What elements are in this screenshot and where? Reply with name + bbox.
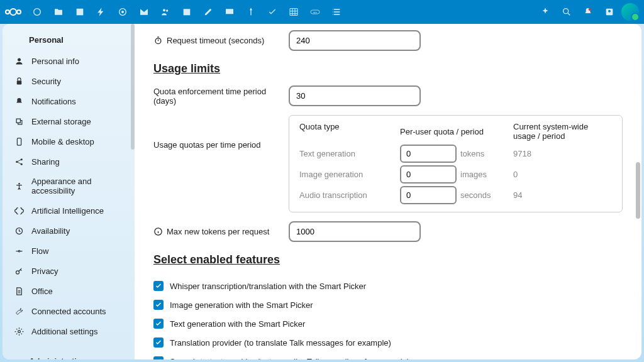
notifications-bell-icon[interactable] (579, 3, 597, 21)
key-icon (14, 266, 24, 276)
upgrade-icon[interactable] (242, 3, 260, 21)
svg-point-2 (121, 11, 124, 13)
svg-point-19 (16, 270, 19, 273)
feature-translation[interactable]: Translation provider (to translate Talk … (153, 333, 623, 352)
share-icon (14, 156, 24, 167)
wrench-icon (14, 306, 24, 316)
activity-icon[interactable] (92, 3, 111, 21)
sidebar-item-flow[interactable]: Flow (3, 241, 135, 261)
quota-header-peruser: Per-user quota / period (400, 122, 513, 141)
sidebar-item-label: Privacy (31, 266, 58, 276)
logo[interactable] (5, 8, 21, 16)
sidebar-item-appearance[interactable]: Appearance and accessibility (3, 172, 135, 200)
sidebar-item-label: Personal info (31, 57, 79, 66)
sidebar-heading-personal: Personal (3, 35, 135, 51)
max-tokens-input[interactable] (289, 221, 421, 242)
usage-quotas-label: Usage quotas per time period (153, 115, 282, 150)
mail-icon[interactable] (135, 3, 153, 21)
notes-icon[interactable] (199, 3, 218, 21)
svg-point-10 (608, 10, 611, 13)
features-heading: Select enabled features (153, 253, 623, 266)
sidebar-item-availability[interactable]: Availability (3, 221, 135, 241)
tables-icon[interactable] (284, 3, 303, 21)
svg-point-8 (589, 8, 591, 11)
svg-point-7 (564, 9, 569, 14)
gear-icon (14, 326, 24, 336)
svg-point-17 (18, 182, 20, 184)
sidebar-item-notifications[interactable]: Notifications (3, 91, 135, 111)
sidebar-item-ai[interactable]: Artificial Intelligence (3, 200, 135, 221)
sidebar-item-label: Office (31, 287, 53, 296)
main-scrollbar[interactable] (636, 162, 640, 219)
feature-image-gen[interactable]: Image generation with the Smart Picker (153, 295, 623, 314)
sidebar-item-label: Mobile & desktop (31, 137, 94, 146)
assistant-icon[interactable] (536, 3, 555, 21)
svg-point-14 (16, 160, 18, 162)
tasks-icon[interactable] (263, 3, 282, 21)
sidebar-item-mobile-desktop[interactable]: Mobile & desktop (3, 131, 135, 151)
sidebar-item-label: Additional settings (31, 327, 98, 336)
ocs-icon[interactable]: ocs (306, 3, 325, 21)
feature-whisper[interactable]: Whisper transcription/translation with t… (153, 277, 623, 295)
quota-table: Quota type Per-user quota / period Curre… (289, 115, 623, 212)
contacts-menu-icon[interactable] (600, 3, 619, 21)
deck-icon[interactable] (220, 3, 239, 21)
quota-period-label: Quota enforcement time period (days) (153, 87, 282, 106)
dashboard-icon[interactable] (28, 3, 47, 21)
sidebar-item-label: Flow (31, 246, 48, 256)
sidebar-heading-administration: Administration (3, 350, 135, 359)
quota-image-input[interactable] (400, 165, 457, 184)
main-content: Request timeout (seconds) Usage limits Q… (135, 24, 641, 359)
photos-icon[interactable] (70, 3, 89, 21)
sidebar-item-label: Security (31, 77, 61, 86)
svg-point-11 (18, 58, 21, 61)
quota-audio-input[interactable] (400, 186, 457, 204)
checkbox-checked-icon (153, 300, 164, 310)
request-timeout-input[interactable] (289, 30, 421, 51)
calendar-icon[interactable] (177, 3, 196, 21)
sidebar-item-office[interactable]: Office (3, 281, 135, 301)
document-icon (14, 286, 24, 296)
quota-text-input[interactable] (400, 145, 457, 163)
request-timeout-label: Request timeout (seconds) (153, 36, 282, 45)
files-icon[interactable] (49, 3, 68, 21)
sidebar-item-privacy[interactable]: Privacy (3, 261, 135, 281)
top-bar: ocs (0, 0, 644, 24)
flow-icon (14, 246, 24, 256)
quota-period-input[interactable] (289, 85, 421, 106)
svg-rect-12 (16, 80, 21, 84)
quota-row-image: Image generation images 0 (299, 165, 612, 184)
quota-header-usage: Current system-wide usage / period (513, 122, 612, 141)
feature-speech-to-text[interactable]: Speech-to-text provider (to transcribe T… (153, 352, 623, 359)
svg-point-16 (20, 163, 22, 165)
sidebar-item-label: External storage (31, 117, 91, 126)
sidebar-item-connected-accounts[interactable]: Connected accounts (3, 301, 135, 321)
sidebar-item-label: Artificial Intelligence (31, 206, 104, 216)
checkbox-checked-icon (153, 337, 164, 348)
svg-rect-13 (17, 138, 21, 145)
sidebar-item-external-storage[interactable]: External storage (3, 111, 135, 131)
quota-row-audio: Audio transcription seconds 94 (299, 186, 612, 204)
search-icon[interactable] (557, 3, 576, 21)
contacts-icon[interactable] (156, 3, 175, 21)
sidebar-item-label: Appearance and accessibility (31, 177, 123, 195)
sidebar-item-security[interactable]: Security (3, 71, 135, 91)
svg-point-20 (18, 330, 20, 332)
checkbox-checked-icon (153, 356, 164, 359)
checkbox-checked-icon (153, 319, 164, 329)
user-icon (14, 56, 24, 66)
sidebar-item-additional-settings[interactable]: Additional settings (3, 321, 135, 341)
sidebar-item-personal-info[interactable]: Personal info (3, 51, 135, 71)
svg-point-3 (163, 9, 165, 11)
list-icon[interactable] (327, 3, 346, 21)
max-tokens-label: Max new tokens per request (153, 227, 282, 236)
sidebar-item-sharing[interactable]: Sharing (3, 151, 135, 172)
feature-text-gen[interactable]: Text generation with the Smart Picker (153, 314, 623, 333)
quota-header-type: Quota type (299, 122, 400, 141)
clock-icon (14, 226, 24, 236)
sidebar-item-label: Connected accounts (31, 307, 106, 316)
info-icon (153, 227, 163, 236)
brain-icon (14, 206, 24, 216)
avatar[interactable] (621, 3, 639, 21)
talk-circle-icon[interactable] (113, 3, 132, 21)
